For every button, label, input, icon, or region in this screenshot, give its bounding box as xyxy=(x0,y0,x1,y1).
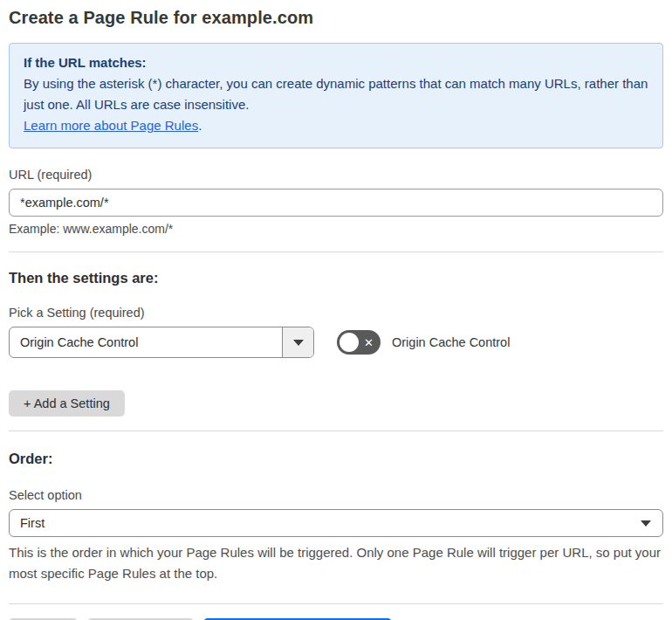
page-title: Create a Page Rule for example.com xyxy=(9,5,663,30)
info-box-body-text: By using the asterisk (*) character, you… xyxy=(24,76,648,112)
setting-select-arrow-box[interactable] xyxy=(282,327,313,357)
link-period: . xyxy=(198,118,202,133)
url-field-label: URL (required) xyxy=(9,168,663,182)
page-rule-form: Create a Page Rule for example.com If th… xyxy=(0,0,672,620)
divider-before-footer xyxy=(9,603,663,604)
toggle-off-x-icon: ✕ xyxy=(364,330,374,355)
chevron-down-icon xyxy=(641,520,651,527)
toggle-label: Origin Cache Control xyxy=(392,335,510,349)
divider-after-url xyxy=(9,251,663,252)
order-section-heading: Order: xyxy=(9,451,663,467)
order-helper-text: This is the order in which your Page Rul… xyxy=(9,542,663,584)
setting-select[interactable]: Origin Cache Control xyxy=(9,327,314,358)
info-box-heading: If the URL matches: xyxy=(24,52,648,73)
add-setting-button[interactable]: + Add a Setting xyxy=(9,390,125,417)
url-example-helper: Example: www.example.com/* xyxy=(9,222,663,236)
info-box-body: By using the asterisk (*) character, you… xyxy=(24,73,648,115)
divider-after-settings xyxy=(9,431,663,431)
order-select-label: Select option xyxy=(9,488,663,502)
origin-cache-control-toggle[interactable]: ✕ xyxy=(337,330,381,355)
order-select[interactable]: First xyxy=(9,509,663,537)
order-select-value: First xyxy=(20,516,45,530)
toggle-knob xyxy=(339,333,359,352)
setting-select-value: Origin Cache Control xyxy=(10,327,282,357)
learn-more-link[interactable]: Learn more about Page Rules xyxy=(24,118,198,133)
chevron-down-icon xyxy=(293,340,304,346)
settings-section-heading: Then the settings are: xyxy=(9,270,663,286)
url-match-info-box: If the URL matches: By using the asteris… xyxy=(9,43,663,148)
info-box-link-line: Learn more about Page Rules. xyxy=(24,115,648,136)
setting-row: Origin Cache Control ✕ Origin Cache Cont… xyxy=(9,327,663,358)
url-input[interactable] xyxy=(9,189,663,217)
pick-setting-label: Pick a Setting (required) xyxy=(9,306,663,320)
